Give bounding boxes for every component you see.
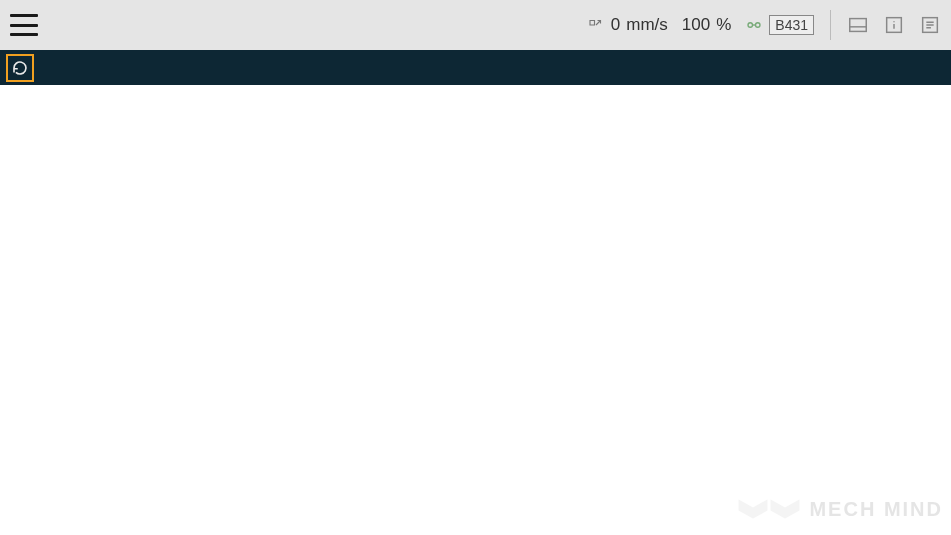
speed-icon	[587, 16, 605, 34]
divider	[830, 10, 831, 40]
robot-id-badge: B431	[769, 15, 814, 35]
svg-point-1	[756, 23, 761, 28]
speed-value: 0	[611, 15, 620, 35]
hamburger-menu-icon[interactable]	[10, 14, 38, 36]
sub-toolbar	[0, 50, 951, 85]
svg-rect-2	[850, 19, 867, 32]
override-unit: %	[716, 15, 731, 35]
log-icon[interactable]	[919, 14, 941, 36]
keypad-icon[interactable]	[847, 14, 869, 36]
info-icon[interactable]	[883, 14, 905, 36]
speed-unit: mm/s	[626, 15, 668, 35]
status-area: 0 mm/s 100 % B431	[587, 10, 941, 40]
link-icon	[745, 16, 763, 34]
svg-point-0	[748, 23, 753, 28]
content-area	[0, 85, 951, 535]
top-bar: 0 mm/s 100 % B431	[0, 0, 951, 50]
override-status[interactable]: 100 %	[682, 15, 732, 35]
refresh-button[interactable]	[6, 54, 34, 82]
override-value: 100	[682, 15, 710, 35]
speed-status[interactable]: 0 mm/s	[587, 15, 668, 35]
connection-status[interactable]: B431	[745, 15, 814, 35]
